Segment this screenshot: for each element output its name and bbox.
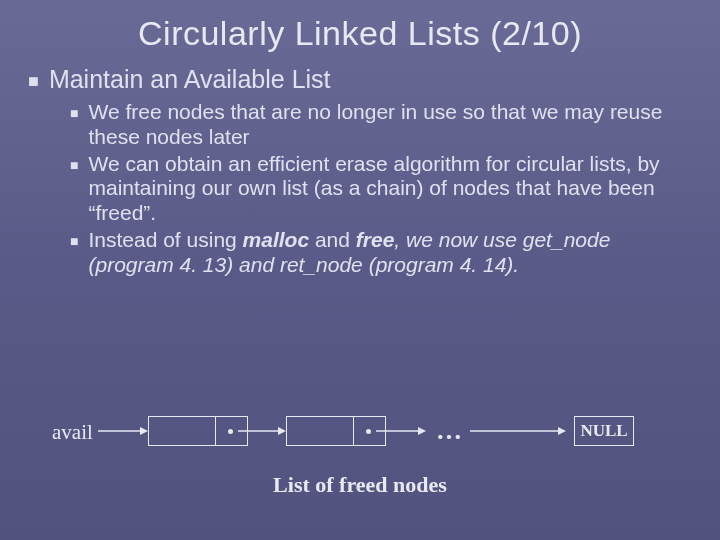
square-bullet-icon: ■ xyxy=(28,71,39,92)
arrow-icon xyxy=(98,428,148,436)
node-box xyxy=(286,416,386,446)
text-emphasis: free xyxy=(356,228,395,251)
svg-marker-5 xyxy=(418,427,426,435)
content-area: ■ Maintain an Available List ■ We free n… xyxy=(28,65,692,277)
page-title: Circularly Linked Lists (2/10) xyxy=(0,0,720,53)
null-box: NULL xyxy=(574,416,634,446)
square-bullet-icon: ■ xyxy=(70,105,78,122)
avail-label: avail xyxy=(52,420,93,445)
diagram-caption: List of freed nodes xyxy=(0,472,720,498)
arrow-icon xyxy=(376,428,426,436)
arrow-icon xyxy=(238,428,286,436)
bullet-text: We can obtain an efficient erase algorit… xyxy=(88,152,692,226)
bullet-item: ■ Instead of using malloc and free, we n… xyxy=(70,228,692,278)
heading-text: Maintain an Available List xyxy=(49,65,331,94)
ellipsis-icon: … xyxy=(436,416,464,446)
bullet-text: Instead of using malloc and free, we now… xyxy=(88,228,692,278)
bullet-text: We free nodes that are no longer in use … xyxy=(88,100,692,150)
linked-list-diagram: avail … NULL List of freed nodes xyxy=(0,396,720,496)
text-emphasis: malloc xyxy=(243,228,310,251)
svg-marker-3 xyxy=(278,427,286,435)
square-bullet-icon: ■ xyxy=(70,233,78,250)
text-run: and xyxy=(309,228,356,251)
bullet-item: ■ We free nodes that are no longer in us… xyxy=(70,100,692,150)
bullet-level2-group: ■ We free nodes that are no longer in us… xyxy=(70,100,692,277)
svg-marker-7 xyxy=(558,427,566,435)
square-bullet-icon: ■ xyxy=(70,157,78,174)
text-run: Instead of using xyxy=(88,228,242,251)
bullet-item: ■ We can obtain an efficient erase algor… xyxy=(70,152,692,226)
slide: Circularly Linked Lists (2/10) ■ Maintai… xyxy=(0,0,720,540)
arrow-icon xyxy=(470,428,566,436)
node-box xyxy=(148,416,248,446)
bullet-level1: ■ Maintain an Available List xyxy=(28,65,692,94)
svg-marker-1 xyxy=(140,427,148,435)
